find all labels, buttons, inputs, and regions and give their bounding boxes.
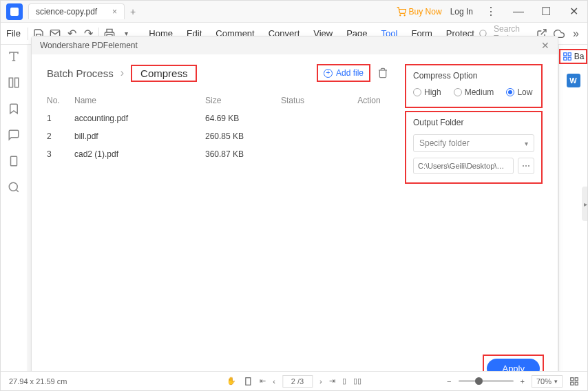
single-page-icon[interactable]: ▯	[342, 377, 346, 385]
thumbnails-icon[interactable]	[8, 76, 21, 90]
svg-line-13	[16, 189, 18, 191]
folder-path-input[interactable]: C:\Users\Geili\Desktop\PDFelement\Out	[413, 158, 514, 174]
close-tab-icon[interactable]: ×	[112, 7, 117, 17]
left-sidebar	[1, 45, 28, 391]
two-page-icon[interactable]: ▯▯	[353, 377, 361, 385]
table-header: No. Name Size Status Action	[47, 92, 388, 109]
next-page-icon[interactable]: ›	[319, 377, 322, 385]
browse-button[interactable]: ⋯	[518, 158, 534, 174]
expand-handle[interactable]: ▸	[582, 187, 588, 221]
document-tab[interactable]: science-copy.pdf ×	[28, 3, 125, 19]
svg-rect-9	[9, 78, 12, 87]
compress-option-box: Compress Option High Medium Low	[405, 64, 543, 108]
first-page-icon[interactable]: ⇤	[260, 377, 266, 385]
table-row[interactable]: 3 cad2 (1).pdf 360.87 KB	[47, 145, 388, 163]
grid-icon	[563, 52, 572, 61]
svg-rect-21	[575, 382, 578, 385]
output-folder-box: Output Folder Specify folder ▾ C:\Users\…	[405, 111, 543, 184]
zoom-slider[interactable]	[459, 380, 514, 382]
batch-process-title: Batch Process	[47, 67, 114, 79]
svg-point-12	[9, 182, 17, 191]
login-link[interactable]: Log In	[450, 7, 473, 17]
file-menu[interactable]: File	[6, 28, 21, 39]
tab-title: science-copy.pdf	[36, 7, 97, 17]
svg-line-6	[540, 30, 545, 34]
minimize-icon[interactable]: —	[509, 2, 528, 21]
page-dimensions: 27.94 x 21.59 cm	[9, 377, 67, 385]
radio-low[interactable]: Low	[506, 87, 532, 97]
svg-rect-11	[10, 156, 17, 166]
table-row[interactable]: 1 accounting.pdf 64.69 KB	[47, 109, 388, 127]
scroll-mode-icon[interactable]	[243, 377, 253, 386]
svg-point-1	[404, 14, 405, 15]
last-page-icon[interactable]: ⇥	[329, 377, 335, 385]
svg-point-0	[399, 14, 400, 15]
svg-rect-16	[568, 57, 571, 60]
chevron-right-icon: ›	[120, 67, 124, 79]
options-panel: Compress Option High Medium Low Output F…	[405, 64, 543, 354]
comment-icon[interactable]	[8, 129, 21, 142]
compress-tab[interactable]: Compress	[131, 65, 197, 82]
svg-rect-17	[563, 57, 566, 60]
folder-select[interactable]: Specify folder ▾	[413, 134, 534, 152]
modal-close-icon[interactable]: ✕	[541, 40, 549, 51]
add-file-button[interactable]: + Add file	[317, 64, 370, 82]
zoom-out-icon[interactable]: −	[447, 377, 451, 385]
modal-title: Wondershare PDFelement	[40, 41, 138, 50]
titlebar: science-copy.pdf × + Buy Now Log In ⋮ — …	[1, 1, 587, 23]
file-list-panel: Batch Process › Compress + Add file	[47, 64, 388, 354]
output-folder-title: Output Folder	[413, 118, 534, 127]
batch-modal: Wondershare PDFelement ✕ Batch Process ›…	[31, 36, 558, 389]
hand-tool-icon[interactable]: ✋	[227, 377, 236, 385]
cart-icon	[397, 7, 406, 17]
prev-page-icon[interactable]: ‹	[273, 377, 275, 385]
table-row[interactable]: 2 bill.pdf 260.85 KB	[47, 127, 388, 145]
svg-rect-20	[575, 377, 578, 380]
batch-button[interactable]: Ba	[559, 49, 588, 64]
text-tool-icon[interactable]	[8, 50, 21, 64]
word-icon[interactable]: W	[567, 74, 580, 87]
bookmark-icon[interactable]	[8, 103, 21, 116]
zoom-in-icon[interactable]: +	[521, 377, 525, 385]
buy-now-link[interactable]: Buy Now	[397, 7, 442, 17]
svg-rect-18	[246, 377, 251, 385]
svg-rect-14	[563, 53, 566, 56]
fit-page-icon[interactable]	[569, 377, 579, 386]
svg-rect-22	[571, 382, 574, 385]
content-area: Wondershare PDFelement ✕ Batch Process ›…	[28, 45, 558, 391]
radio-medium[interactable]: Medium	[454, 87, 494, 97]
radio-high[interactable]: High	[413, 87, 441, 97]
more-icon[interactable]: ⋮	[481, 2, 501, 21]
plus-circle-icon: +	[324, 69, 333, 78]
maximize-icon[interactable]: ☐	[536, 2, 556, 21]
compress-option-title: Compress Option	[413, 71, 534, 81]
app-icon	[6, 3, 23, 20]
modal-header: Wondershare PDFelement ✕	[32, 36, 558, 54]
add-tab-icon[interactable]: +	[130, 6, 136, 17]
expand-icon[interactable]: »	[570, 26, 582, 41]
statusbar: 27.94 x 21.59 cm ✋ ⇤ ‹ 2 /3 › ⇥ ▯ ▯▯ − +…	[1, 371, 587, 390]
svg-rect-15	[568, 53, 571, 56]
search-panel-icon[interactable]	[8, 181, 21, 195]
close-window-icon[interactable]: ✕	[564, 2, 583, 21]
svg-rect-10	[14, 78, 18, 87]
delete-icon[interactable]	[377, 67, 388, 78]
page-input[interactable]: 2 /3	[282, 375, 313, 388]
file-table: No. Name Size Status Action 1 accounting…	[47, 92, 388, 163]
chevron-down-icon: ▾	[525, 140, 528, 147]
attachment-icon[interactable]	[8, 155, 21, 169]
svg-rect-19	[571, 377, 574, 380]
zoom-select[interactable]: 70%▾	[532, 375, 563, 388]
